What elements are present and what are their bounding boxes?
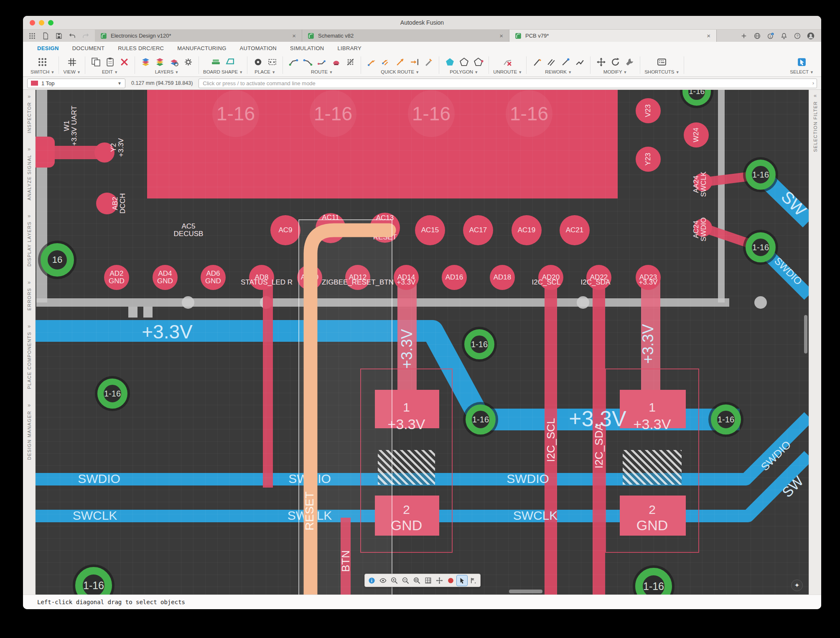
stop-icon[interactable] [445, 575, 456, 586]
board-b-icon[interactable] [224, 56, 237, 69]
toolbar-group-label[interactable]: PLACE ▼ [255, 69, 275, 74]
move-icon[interactable] [595, 56, 607, 69]
canvas-horizontal-scrollbar[interactable] [509, 590, 542, 593]
status-one-icon[interactable]: 11 [765, 31, 776, 41]
layers-a-icon[interactable] [139, 56, 152, 69]
toolbar-group-label[interactable]: LAYERS ▼ [155, 69, 179, 74]
close-icon[interactable]: × [706, 32, 711, 39]
copy-icon[interactable] [89, 56, 102, 69]
switch-icon[interactable] [36, 56, 49, 69]
menu-item-rules-drc-erc[interactable]: RULES DRC/ERC [111, 43, 171, 53]
grid-icon[interactable] [423, 575, 433, 586]
layers-c-icon[interactable] [168, 56, 180, 69]
shortcuts-icon[interactable] [656, 56, 668, 69]
route-b-icon[interactable] [301, 56, 314, 69]
route-c-icon[interactable] [316, 56, 328, 69]
pcb-canvas[interactable]: 1-161-161-161-16W1+3.3V UARTY2+3.3VAB2DC… [36, 90, 809, 595]
rework-b-icon[interactable] [545, 56, 557, 69]
sidebar-item-design-manager[interactable]: »DESIGN MANAGER [27, 402, 32, 460]
sidebar-item-errors[interactable]: »ERRORS [27, 279, 32, 310]
menu-item-library[interactable]: LIBRARY [331, 43, 369, 53]
toolbar-group-label[interactable]: UNROUTE ▼ [493, 69, 522, 74]
minimize-window-icon[interactable] [39, 20, 44, 25]
rework-d-icon[interactable] [573, 56, 586, 69]
layers-b-icon[interactable] [153, 56, 166, 69]
rotate-icon[interactable] [609, 56, 621, 69]
sidebar-item-place-components[interactable]: »PLACE COMPONENTS [27, 323, 32, 389]
toolbar-group-label[interactable]: REWORK ▼ [545, 69, 572, 74]
via-red-icon[interactable] [330, 56, 342, 69]
quick-e-icon[interactable] [422, 56, 435, 69]
toolbar-group-label[interactable]: EDIT ▼ [102, 69, 118, 74]
place-pad-icon[interactable] [252, 56, 264, 69]
assistant-icon[interactable]: ✦ [791, 580, 803, 591]
select-icon[interactable] [796, 56, 808, 69]
menu-item-simulation[interactable]: SIMULATION [283, 43, 331, 53]
close-window-icon[interactable] [30, 20, 35, 25]
rework-a-icon[interactable] [531, 56, 543, 69]
route-a-icon[interactable] [287, 56, 300, 69]
quick-b-icon[interactable] [379, 56, 392, 69]
toolbar-group-label[interactable]: VIEW ▼ [63, 69, 81, 74]
toolbar-group-label[interactable]: SWITCH ▼ [31, 69, 54, 74]
save-icon[interactable] [53, 31, 65, 41]
delete-icon[interactable] [118, 56, 130, 69]
redo-icon[interactable] [80, 31, 92, 41]
fullscreen-window-icon[interactable] [48, 20, 53, 25]
unroute-icon[interactable] [501, 56, 514, 69]
info-icon[interactable] [367, 575, 377, 586]
tab-pcb-v79[interactable]: PCB v79*× [509, 30, 717, 42]
menu-item-manufacturing[interactable]: MANUFACTURING [171, 43, 233, 53]
view-icon[interactable] [66, 56, 78, 69]
zoom-in-icon[interactable] [389, 575, 400, 586]
pan-icon[interactable] [434, 575, 445, 586]
board-a-icon[interactable] [210, 56, 222, 69]
sidebar-item-analyze-signal[interactable]: »ANALYZE SIGNAL [27, 146, 32, 201]
sidebar-item-selection-filter[interactable]: « SELECTION FILTER [813, 92, 818, 152]
close-icon[interactable]: × [291, 32, 297, 39]
eye-icon[interactable] [378, 575, 388, 586]
toolbar-group-label[interactable]: MODIFY ▼ [603, 69, 627, 74]
bell-icon[interactable] [779, 31, 789, 41]
tab-schematic-v82[interactable]: Schematic v82× [302, 30, 509, 42]
help-icon[interactable]: ? [792, 31, 803, 41]
app-grid-icon[interactable] [26, 31, 38, 41]
wrench-icon[interactable] [623, 56, 636, 69]
poly-fill-icon[interactable] [443, 56, 456, 69]
menu-item-document[interactable]: DOCUMENT [66, 43, 112, 53]
sidebar-item-inspector[interactable]: »INSPECTOR [27, 93, 32, 133]
globe-icon[interactable] [752, 31, 763, 41]
toolbar-group-label[interactable]: SHORTCUTS ▼ [644, 69, 679, 74]
paste-icon[interactable] [104, 56, 116, 69]
toolbar-group-label[interactable]: SELECT ▼ [790, 69, 814, 74]
tab-electronics-design-v120[interactable]: Electronics Design v120*× [95, 30, 302, 42]
select-box-icon[interactable] [457, 575, 467, 586]
new-doc-icon[interactable] [40, 31, 51, 41]
layer-dropdown[interactable]: 1 Top ▼ [27, 79, 125, 88]
menu-item-automation[interactable]: AUTOMATION [233, 43, 283, 53]
add-icon[interactable] [738, 31, 749, 41]
poly-outline-icon[interactable] [458, 56, 470, 69]
rework-c-icon[interactable] [559, 56, 572, 69]
toolbar-group-label[interactable]: QUICK ROUTE ▼ [381, 69, 419, 74]
avatar-icon[interactable] [805, 31, 816, 41]
toolbar-group-label[interactable]: ROUTE ▼ [311, 69, 333, 74]
undo-icon[interactable] [66, 31, 78, 41]
walkthrough-icon[interactable] [468, 575, 479, 586]
quick-d-icon[interactable] [408, 56, 420, 69]
quick-a-icon[interactable] [365, 56, 378, 69]
zoom-window-icon[interactable] [412, 575, 422, 586]
toolbar-group-label[interactable]: POLYGON ▼ [450, 69, 478, 74]
quick-c-icon[interactable] [394, 56, 406, 69]
route-d-icon[interactable] [344, 56, 356, 69]
command-input[interactable] [199, 79, 817, 88]
zoom-out-icon[interactable] [400, 575, 411, 586]
poly-edit-icon[interactable] [472, 56, 484, 69]
menu-item-design[interactable]: DESIGN [31, 43, 66, 53]
canvas-vertical-scrollbar[interactable] [804, 315, 807, 353]
layer-gear-icon[interactable] [182, 56, 194, 69]
toolbar-group-label[interactable]: BOARD SHAPE ▼ [203, 69, 243, 74]
close-icon[interactable]: × [499, 32, 504, 39]
place-footprint-icon[interactable] [266, 56, 278, 69]
sidebar-item-display-layers[interactable]: »DISPLAY LAYERS [27, 213, 32, 267]
